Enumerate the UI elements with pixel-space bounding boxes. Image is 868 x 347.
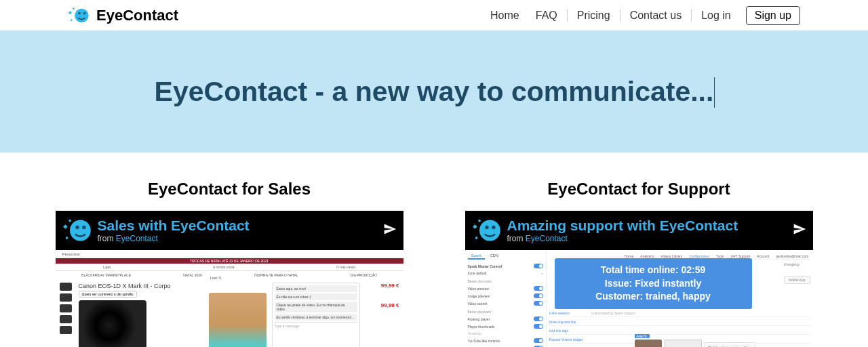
support-card-title: EyeContact for Support [547,180,730,199]
hero-section: EyeContact - a new way to communicate... [0,30,868,152]
svg-point-4 [75,226,79,230]
support-mockup: Spark CDN Spark Master Control Zone defa… [465,250,813,347]
support-card: EyeContact for Support Amazing support [458,180,819,347]
nav-pricing[interactable]: Pricing [569,7,618,24]
nav-faq[interactable]: FAQ [528,7,566,24]
overlay-stats: Total time online: 02:59 Issue: Fixed in… [555,258,752,309]
nav-divider [691,9,692,22]
video-logo-icon [62,216,92,245]
svg-point-7 [485,226,489,230]
video-subtitle: from EyeContact [98,234,383,243]
product-title: Canon EOS-1D X Mark III - Corpo [79,283,203,289]
sales-video-preview[interactable]: Sales with EyeContact from EyeContact Pe… [56,211,403,347]
logo-text: EyeContact [96,7,178,24]
cards-section: EyeContact for Sales Sales with EyeCon [0,152,868,347]
share-icon[interactable] [793,222,806,239]
sales-card-title: EyeContact for Sales [148,180,311,199]
video-header: Sales with EyeContact from EyeContact [56,211,403,250]
chat-prompt: Click for chat or video call [705,342,755,347]
sales-card: EyeContact for Sales Sales with EyeCon [49,180,410,347]
nav-divider [620,9,620,22]
header: EyeContact Home FAQ Pricing Contact us L… [0,0,868,30]
logo[interactable]: EyeContact [68,4,178,27]
text-cursor [714,77,715,108]
logo-icon [68,4,91,27]
svg-point-3 [70,220,91,241]
nav-divider [567,9,568,22]
video-subtitle: from EyeContact [507,234,793,243]
svg-point-6 [479,220,500,241]
svg-point-1 [78,12,80,14]
video-logo-icon [472,216,502,245]
share-icon[interactable] [383,222,397,239]
svg-point-0 [75,8,88,22]
svg-point-2 [83,12,85,14]
nav-login[interactable]: Log in [693,7,739,24]
video-header: Amazing support with EyeContact from Eye… [465,211,813,250]
svg-point-5 [82,226,86,230]
main-nav: Home FAQ Pricing Contact us Log in Sign … [482,6,800,25]
support-video-preview[interactable]: Amazing support with EyeContact from Eye… [465,211,813,347]
nav-home[interactable]: Home [482,7,528,24]
sales-mockup: Pesquisar TROCAS DE NATAL ATÉ 31 DE JANE… [56,250,403,347]
product-image [79,300,146,347]
agent-thumbnail: Ariel S. [635,340,662,347]
agent-video [209,293,267,347]
video-title: Amazing support with EyeContact [507,218,793,234]
hero-title: EyeContact - a new way to communicate... [155,76,714,108]
signup-button[interactable]: Sign up [746,6,800,25]
video-title: Sales with EyeContact [98,218,383,234]
svg-point-8 [492,226,496,230]
nav-contact[interactable]: Contact us [622,7,690,24]
chat-box: Estou aqui, ao vivo! Eu não sou um robot… [272,283,360,347]
